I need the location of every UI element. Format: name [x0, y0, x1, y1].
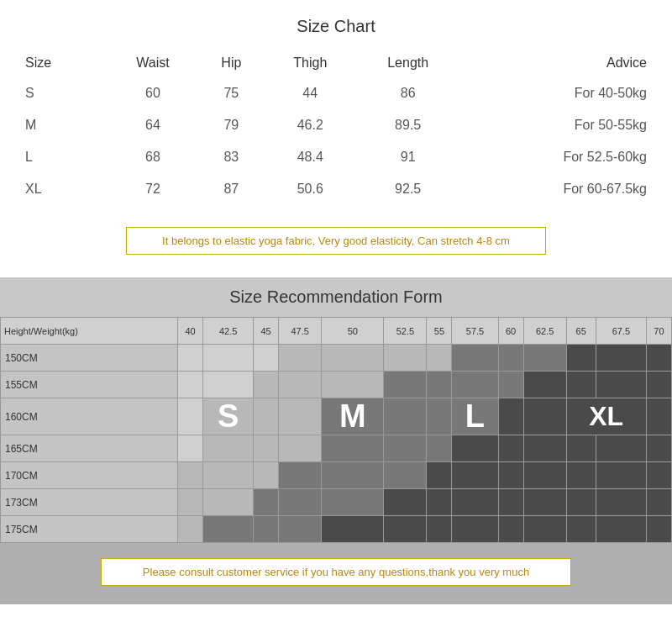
rec-cell	[427, 345, 452, 372]
rec-cell	[646, 398, 671, 435]
rec-cell	[384, 462, 427, 489]
rec-data-row: 155CM	[1, 372, 672, 398]
rec-cell	[279, 435, 322, 462]
rec-cell	[178, 516, 203, 543]
consult-note: Please consult customer service if you h…	[101, 558, 571, 586]
recommendation-title: Size Recommendation Form	[0, 277, 672, 317]
rec-cell	[646, 372, 671, 398]
rec-header-weight: 62.5	[523, 318, 566, 345]
rec-header-weight: 55	[427, 318, 452, 345]
rec-cell	[596, 372, 646, 398]
rec-cell	[178, 435, 203, 462]
rec-cell	[427, 489, 452, 516]
rec-cell	[384, 489, 427, 516]
size-label-m: M	[322, 398, 384, 435]
col-hip: Hip	[198, 49, 265, 77]
recommendation-table: Height/Weight(kg)4042.54547.55052.55557.…	[0, 317, 672, 543]
rec-cell	[498, 345, 523, 372]
table-row: M647946.289.5For 50-55kg	[0, 109, 672, 141]
cell-hip: 75	[198, 77, 265, 109]
cell-length: 89.5	[355, 109, 459, 141]
rec-cell	[279, 345, 322, 372]
rec-data-row: 175CM	[1, 516, 672, 543]
rec-header-weight: 45	[254, 318, 279, 345]
consult-wrap: Please consult customer service if you h…	[0, 543, 672, 604]
cell-waist: 68	[108, 141, 197, 173]
rec-data-row: 150CM	[1, 345, 672, 372]
cell-length: 92.5	[355, 173, 459, 205]
rec-cell	[452, 462, 498, 489]
col-length: Length	[355, 49, 459, 77]
rec-cell	[523, 462, 566, 489]
rec-cell	[254, 398, 279, 435]
cell-hip: 79	[198, 109, 265, 141]
rec-cell	[279, 489, 322, 516]
rec-height-label: 170CM	[1, 462, 178, 489]
rec-header-weight: 60	[498, 318, 523, 345]
cell-advice: For 52.5-60kg	[460, 141, 672, 173]
rec-cell	[498, 372, 523, 398]
rec-cell	[646, 462, 671, 489]
rec-cell	[178, 398, 203, 435]
cell-advice: For 50-55kg	[460, 109, 672, 141]
rec-cell	[384, 345, 427, 372]
rec-cell	[384, 516, 427, 543]
size-chart-section: Size Chart Size Waist Hip Thigh Length A…	[0, 0, 672, 277]
rec-header-weight: 67.5	[596, 318, 646, 345]
rec-cell	[566, 345, 596, 372]
rec-header-weight: 50	[322, 318, 384, 345]
cell-waist: 60	[108, 77, 197, 109]
rec-header-weight: 57.5	[452, 318, 498, 345]
rec-header-row: Height/Weight(kg)4042.54547.55052.55557.…	[1, 318, 672, 345]
rec-header-weight: 42.5	[203, 318, 254, 345]
rec-data-row: 173CM	[1, 489, 672, 516]
rec-cell	[203, 372, 254, 398]
cell-hip: 83	[198, 141, 265, 173]
rec-data-row: 160CMSMLXL	[1, 398, 672, 435]
rec-cell	[254, 372, 279, 398]
rec-cell	[523, 345, 566, 372]
rec-cell	[427, 516, 452, 543]
cell-advice: For 40-50kg	[460, 77, 672, 109]
size-chart-table: Size Waist Hip Thigh Length Advice S6075…	[0, 49, 672, 205]
rec-cell	[646, 435, 671, 462]
rec-header-weight: 65	[566, 318, 596, 345]
rec-cell	[498, 398, 523, 435]
rec-cell	[203, 345, 254, 372]
rec-cell	[498, 516, 523, 543]
rec-cell	[498, 489, 523, 516]
rec-cell	[523, 372, 566, 398]
rec-height-label: 175CM	[1, 516, 178, 543]
rec-cell	[254, 489, 279, 516]
cell-size: L	[0, 141, 108, 173]
rec-cell	[523, 398, 566, 435]
table-row: XL728750.692.5For 60-67.5kg	[0, 173, 672, 205]
rec-cell	[384, 398, 427, 435]
rec-height-label: 160CM	[1, 398, 178, 435]
cell-thigh: 46.2	[265, 109, 355, 141]
rec-header-hw: Height/Weight(kg)	[1, 318, 178, 345]
cell-thigh: 50.6	[265, 173, 355, 205]
rec-cell	[254, 345, 279, 372]
size-chart-title: Size Chart	[0, 8, 672, 49]
rec-cell	[566, 435, 596, 462]
rec-cell	[523, 516, 566, 543]
rec-data-row: 165CM	[1, 435, 672, 462]
rec-header-weight: 47.5	[279, 318, 322, 345]
rec-cell	[254, 462, 279, 489]
rec-cell	[452, 372, 498, 398]
cell-advice: For 60-67.5kg	[460, 173, 672, 205]
rec-header-weight: 40	[178, 318, 203, 345]
table-row: L688348.491For 52.5-60kg	[0, 141, 672, 173]
rec-cell	[322, 516, 384, 543]
size-label-l: L	[452, 398, 498, 435]
cell-thigh: 48.4	[265, 141, 355, 173]
rec-cell	[596, 435, 646, 462]
rec-cell	[566, 462, 596, 489]
rec-cell	[279, 462, 322, 489]
table-header-row: Size Waist Hip Thigh Length Advice	[0, 49, 672, 77]
rec-cell	[178, 345, 203, 372]
rec-cell	[452, 345, 498, 372]
rec-cell	[384, 372, 427, 398]
rec-data-row: 170CM	[1, 462, 672, 489]
